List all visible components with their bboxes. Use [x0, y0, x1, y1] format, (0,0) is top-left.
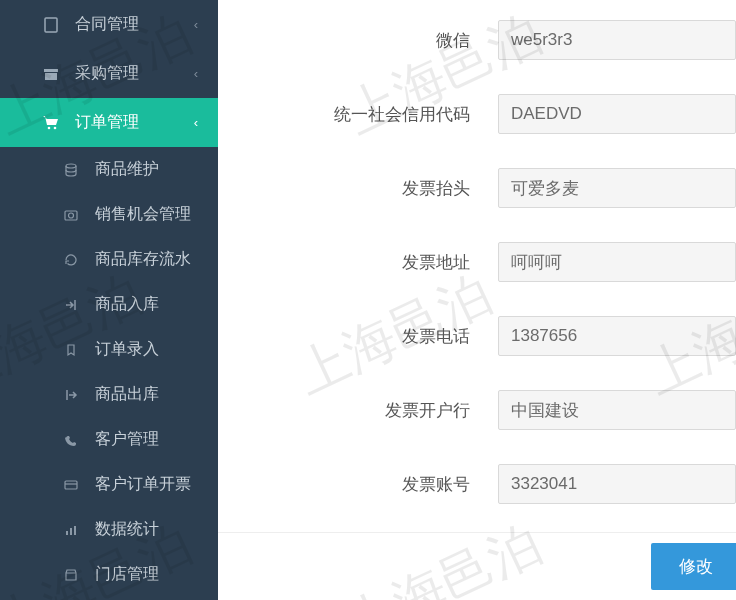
svg-point-5: [66, 164, 76, 168]
sidebar-sub-label: 订单录入: [95, 339, 159, 360]
store-icon: [62, 566, 80, 584]
edit-button[interactable]: 修改: [651, 543, 736, 590]
history-icon: [62, 251, 80, 269]
chart-icon: [62, 521, 80, 539]
form-row-invoice-phone: 发票电话: [238, 316, 736, 356]
form-row-invoice-bank: 发票开户行: [238, 390, 736, 430]
button-bar: 修改: [218, 532, 736, 600]
form-row-credit-code: 统一社会信用代码: [238, 94, 736, 134]
chevron-left-icon: ‹: [194, 17, 198, 32]
chevron-left-icon: ‹: [194, 66, 198, 81]
sidebar-sub-customer-invoice[interactable]: 客户订单开票: [0, 462, 218, 507]
form-label: 发票开户行: [238, 399, 498, 422]
svg-rect-10: [66, 531, 68, 535]
sidebar-sub-order-entry[interactable]: 订单录入: [0, 327, 218, 372]
sidebar-sub-label: 门店管理: [95, 564, 159, 585]
svg-point-3: [48, 126, 51, 129]
invoice-title-input[interactable]: [498, 168, 736, 208]
sidebar-item-label: 合同管理: [75, 14, 139, 35]
sidebar-item-contract[interactable]: 合同管理 ‹: [0, 0, 218, 49]
document-icon: [42, 16, 60, 34]
invoice-bank-input[interactable]: [498, 390, 736, 430]
camera-icon: [62, 206, 80, 224]
svg-rect-11: [70, 528, 72, 535]
sidebar-sub-label: 销售机会管理: [95, 204, 191, 225]
app-container: 合同管理 ‹ 采购管理 ‹ 订单管理 ‹ 商品维护: [0, 0, 736, 600]
form-label: 发票抬头: [238, 177, 498, 200]
sidebar-sub-label: 数据统计: [95, 519, 159, 540]
arrow-out-icon: [62, 386, 80, 404]
credit-code-input[interactable]: [498, 94, 736, 134]
archive-icon: [42, 65, 60, 83]
form-label: 统一社会信用代码: [238, 103, 498, 126]
sidebar-sub-customer-manage[interactable]: 客户管理: [0, 417, 218, 462]
form-row-invoice-title: 发票抬头: [238, 168, 736, 208]
invoice-phone-input[interactable]: [498, 316, 736, 356]
sidebar-sub-stock-in[interactable]: 商品入库: [0, 282, 218, 327]
wechat-input[interactable]: [498, 20, 736, 60]
sidebar: 合同管理 ‹ 采购管理 ‹ 订单管理 ‹ 商品维护: [0, 0, 218, 600]
form-label: 发票电话: [238, 325, 498, 348]
sidebar-sub-label: 商品出库: [95, 384, 159, 405]
form-label: 发票账号: [238, 473, 498, 496]
sidebar-item-procurement[interactable]: 采购管理 ‹: [0, 49, 218, 98]
form-row-invoice-address: 发票地址: [238, 242, 736, 282]
sidebar-sub-label: 商品维护: [95, 159, 159, 180]
sidebar-item-orders[interactable]: 订单管理 ‹: [0, 98, 218, 147]
sidebar-sub-label: 客户管理: [95, 429, 159, 450]
svg-rect-8: [65, 481, 77, 489]
svg-rect-0: [45, 18, 57, 32]
sidebar-sub-stock-out[interactable]: 商品出库: [0, 372, 218, 417]
svg-rect-12: [74, 526, 76, 535]
chevron-left-icon: ‹: [194, 115, 198, 130]
svg-point-7: [69, 213, 74, 218]
sidebar-sub-product-maintain[interactable]: 商品维护: [0, 147, 218, 192]
arrow-in-icon: [62, 296, 80, 314]
sidebar-sub-statistics[interactable]: 数据统计: [0, 507, 218, 552]
form-label: 发票地址: [238, 251, 498, 274]
svg-rect-6: [65, 211, 77, 220]
sidebar-sub-label: 客户订单开票: [95, 474, 191, 495]
cart-icon: [42, 114, 60, 132]
sidebar-item-label: 订单管理: [75, 112, 139, 133]
invoice-address-input[interactable]: [498, 242, 736, 282]
database-icon: [62, 161, 80, 179]
svg-rect-1: [44, 69, 58, 72]
sidebar-sub-store-manage[interactable]: 门店管理: [0, 552, 218, 597]
sidebar-sub-label: 商品入库: [95, 294, 159, 315]
svg-rect-2: [45, 73, 57, 80]
card-icon: [62, 476, 80, 494]
sidebar-sub-stock-flow[interactable]: 商品库存流水: [0, 237, 218, 282]
phone-icon: [62, 431, 80, 449]
sidebar-sub-label: 商品库存流水: [95, 249, 191, 270]
invoice-account-input[interactable]: [498, 464, 736, 504]
sidebar-sub-sales-opportunity[interactable]: 销售机会管理: [0, 192, 218, 237]
form-label: 微信: [238, 29, 498, 52]
sidebar-item-label: 采购管理: [75, 63, 139, 84]
form-row-wechat: 微信: [238, 20, 736, 60]
main-content: 微信 统一社会信用代码 发票抬头 发票地址 发票电话 发票开户行 发票账号: [218, 0, 736, 600]
svg-point-4: [54, 126, 57, 129]
form-row-invoice-account: 发票账号: [238, 464, 736, 504]
bookmark-icon: [62, 341, 80, 359]
